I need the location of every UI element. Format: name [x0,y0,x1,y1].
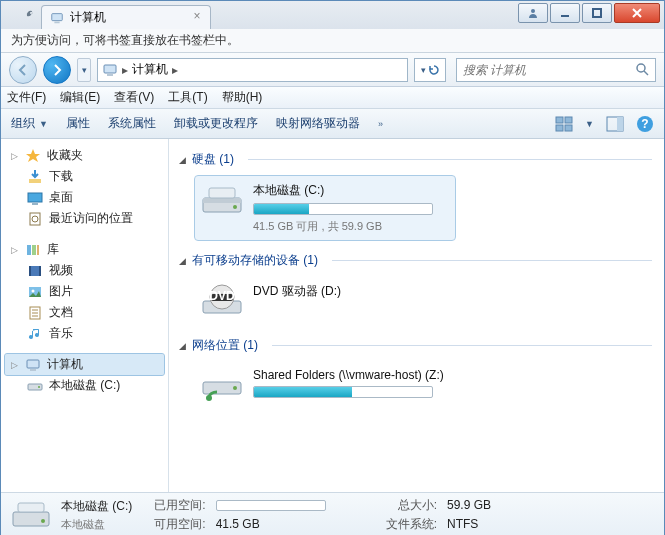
user-button[interactable] [518,3,548,23]
tree-documents[interactable]: 文档 [5,302,164,323]
close-tab-icon[interactable]: × [190,10,204,24]
drive-dvd-tile[interactable]: DVD DVD 驱动器 (D:) [195,277,455,325]
address-bar: ▾ ▸ 计算机 ▸ ▾ [1,53,664,87]
svg-rect-35 [203,198,241,203]
menu-view[interactable]: 查看(V) [114,89,154,106]
downloads-icon [27,169,43,185]
search-box[interactable] [456,58,656,82]
window-controls [518,3,660,23]
tree-pictures[interactable]: 图片 [5,281,164,302]
music-icon [27,326,43,342]
svg-point-2 [531,9,535,13]
svg-rect-37 [209,188,235,198]
group-hdd[interactable]: ◢硬盘 (1) [179,147,652,172]
nav-back-button[interactable] [9,56,37,84]
tree-computer[interactable]: ▷计算机 [5,354,164,375]
svg-rect-1 [54,21,59,23]
maximize-button[interactable] [582,3,612,23]
svg-rect-26 [39,266,41,276]
menu-help[interactable]: 帮助(H) [222,89,263,106]
drive-c-subtext: 41.5 GB 可用 , 共 59.9 GB [253,219,449,234]
titlebar: 计算机 × [1,1,664,29]
status-fs-label: 文件系统: [386,516,437,533]
uninstall-change-button[interactable]: 卸载或更改程序 [174,115,258,132]
tree-videos[interactable]: 视频 [5,260,164,281]
drive-c-tile[interactable]: 本地磁盘 (C:) 41.5 GB 可用 , 共 59.9 GB [195,176,455,240]
view-mode-dropdown[interactable]: ▼ [585,119,594,129]
menu-file[interactable]: 文件(F) [7,89,46,106]
search-input[interactable] [463,63,630,77]
tree-local-disk-c[interactable]: 本地磁盘 (C:) [5,375,164,396]
preview-pane-button[interactable] [606,115,624,133]
svg-point-45 [206,395,212,401]
tab-title: 计算机 [70,9,106,26]
svg-point-7 [637,64,645,72]
toolbar: 组织▼ 属性 系统属性 卸载或更改程序 映射网络驱动器 » ▼ ? [1,109,664,139]
hdd-icon [201,182,243,218]
system-properties-button[interactable]: 系统属性 [108,115,156,132]
nav-tree: ▷收藏夹 下载 桌面 最近访问的位置 ▷库 视频 图片 文档 音乐 ▷计算机 本… [1,139,169,492]
svg-rect-16 [29,179,41,183]
drive-icon [27,378,43,394]
network-drive-icon [201,368,243,404]
map-drive-button[interactable]: 映射网络驱动器 [276,115,360,132]
breadcrumb[interactable]: ▸ 计算机 ▸ [97,58,408,82]
tree-recent[interactable]: 最近访问的位置 [5,208,164,229]
svg-rect-4 [593,9,601,17]
menu-tools[interactable]: 工具(T) [168,89,207,106]
svg-rect-22 [32,245,36,255]
nav-forward-button[interactable] [43,56,71,84]
star-icon [25,148,41,164]
breadcrumb-sep[interactable]: ▸ [172,63,178,77]
status-free-label: 可用空间: [154,516,205,533]
tree-downloads[interactable]: 下载 [5,166,164,187]
status-fs-value: NTFS [447,517,491,531]
bookmark-bar: 为方便访问，可将书签直接放在书签栏中。 [1,29,664,53]
tree-music[interactable]: 音乐 [5,323,164,344]
svg-point-33 [38,386,40,388]
tree-favorites[interactable]: ▷收藏夹 [5,145,164,166]
svg-rect-8 [556,117,563,123]
browser-tab[interactable]: 计算机 × [41,5,211,29]
wrench-icon[interactable] [19,8,35,24]
tree-desktop[interactable]: 桌面 [5,187,164,208]
recent-icon [27,211,43,227]
desktop-icon [27,190,43,206]
group-network[interactable]: ◢网络位置 (1) [179,333,652,358]
search-icon[interactable] [636,63,649,76]
breadcrumb-sep: ▸ [122,63,128,77]
svg-rect-17 [28,193,42,202]
svg-rect-30 [27,360,39,368]
explorer-window: 计算机 × 为方便访问，可将书签直接放在书签栏中。 ▾ ▸ 计算机 ▸ ▾ 文 [0,0,665,535]
status-bar: 本地磁盘 (C:) 本地磁盘 已用空间: 总大小: 59.9 GB 可用空间: … [1,492,664,535]
help-icon[interactable]: ? [636,115,654,133]
svg-rect-23 [37,245,39,255]
breadcrumb-location[interactable]: 计算机 [132,61,168,78]
svg-rect-48 [18,503,44,512]
drive-c-capacity-bar [253,203,433,215]
status-used-label: 已用空间: [154,497,205,514]
nav-history-dropdown[interactable]: ▾ [77,58,91,82]
status-subtitle: 本地磁盘 [61,517,132,532]
tree-libraries[interactable]: ▷库 [5,239,164,260]
svg-point-47 [41,519,45,523]
picture-icon [27,284,43,300]
minimize-button[interactable] [550,3,580,23]
svg-point-28 [32,289,35,292]
properties-button[interactable]: 属性 [66,115,90,132]
organize-button[interactable]: 组织▼ [11,115,48,132]
svg-rect-21 [27,245,31,255]
group-removable[interactable]: ◢有可移动存储的设备 (1) [179,248,652,273]
menu-edit[interactable]: 编辑(E) [60,89,100,106]
view-mode-button[interactable] [555,115,573,133]
video-icon [27,263,43,279]
computer-icon [50,11,64,25]
refresh-button[interactable]: ▾ [414,58,446,82]
close-window-button[interactable] [614,3,660,23]
toolbar-overflow[interactable]: » [378,119,383,129]
svg-rect-3 [561,15,569,17]
svg-text:?: ? [641,117,648,131]
drive-z-tile[interactable]: Shared Folders (\\vmware-host) (Z:) [195,362,455,410]
drive-c-name: 本地磁盘 (C:) [253,182,449,199]
computer-icon [25,357,41,373]
